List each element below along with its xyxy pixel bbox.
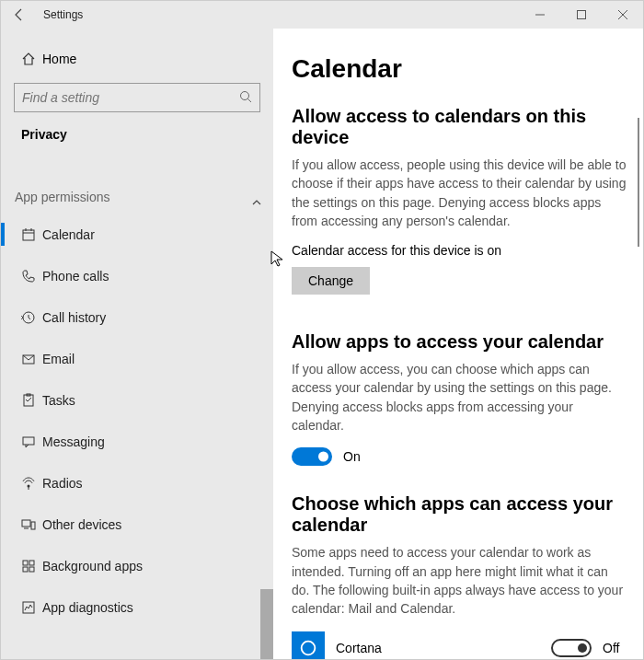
sidebar-item-label: Tasks [42,393,75,408]
svg-rect-1 [577,11,585,19]
titlebar: Settings [1,1,643,29]
section-heading: Choose which apps can access your calend… [292,493,627,536]
diagnostics-icon [15,600,42,615]
messaging-icon [15,434,42,449]
devices-icon [15,517,42,532]
chevron-up-icon[interactable] [251,197,262,211]
phone-icon [15,269,42,284]
svg-rect-20 [23,561,28,565]
group-label: App permissions [1,155,273,214]
svg-rect-21 [29,561,34,565]
svg-point-25 [302,641,316,654]
tasks-icon [15,393,42,408]
sidebar-scrollbar[interactable] [260,589,273,659]
svg-rect-17 [22,520,30,527]
sidebar-item-label: Call history [42,310,106,325]
app-row-cortana: Cortana Off [292,631,627,659]
sidebar-item-label: Email [42,352,75,366]
svg-rect-23 [29,567,34,572]
svg-rect-6 [23,230,34,240]
sidebar-item-label: Other devices [42,517,121,532]
sidebar-item-label: Calendar [42,227,95,242]
sidebar-item-label: Messaging [42,434,105,449]
svg-rect-18 [31,522,35,529]
sidebar-item-call-history[interactable]: Call history [1,296,273,338]
svg-line-5 [248,98,252,102]
sidebar-nav: Calendar Phone calls Call history Email … [1,214,273,659]
sidebar-item-email[interactable]: Email [1,338,273,379]
sidebar-item-other-devices[interactable]: Other devices [1,504,273,545]
home-icon [15,52,42,66]
background-apps-icon [15,559,42,573]
sidebar-item-label: Radios [42,476,83,491]
close-button[interactable] [602,1,643,29]
history-icon [15,310,42,325]
category-label: Privacy [1,123,273,155]
radios-icon [15,476,42,491]
section-desc: If you allow access, you can choose whic… [292,360,627,434]
sidebar-item-label: App diagnostics [42,600,133,615]
section-desc: Some apps need to access your calendar t… [292,543,627,618]
sidebar-item-label: Phone calls [42,269,109,284]
sidebar-item-messaging[interactable]: Messaging [1,421,273,462]
home-link[interactable]: Home [1,42,273,75]
back-button[interactable] [1,1,38,29]
search-input[interactable] [14,83,260,112]
svg-rect-14 [23,437,34,445]
content-scrollbar[interactable] [638,118,639,247]
section-heading: Allow apps to access your calendar [292,331,627,353]
maximize-button[interactable] [560,1,602,29]
home-label: Home [42,52,76,66]
app-name: Cortana [336,641,551,655]
cortana-toggle[interactable] [551,639,592,657]
change-button[interactable]: Change [292,267,370,295]
minimize-button[interactable] [519,1,560,29]
svg-rect-22 [23,567,28,572]
sidebar-item-app-diagnostics[interactable]: App diagnostics [1,586,273,628]
svg-point-4 [241,91,249,99]
sidebar-item-calendar[interactable]: Calendar [1,214,273,255]
sidebar-item-phone-calls[interactable]: Phone calls [1,255,273,296]
toggle-state: Off [603,641,627,655]
page-title: Calendar [292,54,627,84]
window-title: Settings [43,8,83,21]
sidebar: Home Privacy App permissions Calendar [1,29,273,659]
cortana-icon [292,631,325,659]
search-field[interactable] [22,90,239,105]
section-desc: If you allow access, people using this d… [292,156,627,230]
section-heading: Allow access to calendars on this device [292,106,627,148]
content-pane: Calendar Allow access to calendars on th… [273,29,643,659]
sidebar-item-background-apps[interactable]: Background apps [1,545,273,586]
apps-access-toggle[interactable] [292,447,332,466]
calendar-icon [15,227,42,242]
sidebar-item-label: Background apps [42,559,143,573]
sidebar-item-radios[interactable]: Radios [1,462,273,504]
sidebar-item-tasks[interactable]: Tasks [1,379,273,421]
toggle-label: On [343,449,361,464]
device-access-status: Calendar access for this device is on [292,243,627,258]
email-icon [15,352,42,366]
search-icon [239,90,252,106]
